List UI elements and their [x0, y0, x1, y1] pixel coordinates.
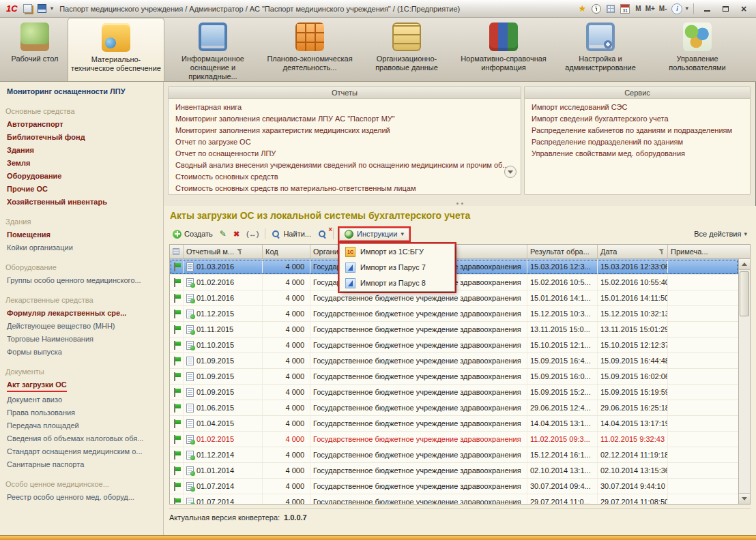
- sidebar-entry[interactable]: Помещения: [0, 228, 163, 241]
- sidebar-entry[interactable]: Формы выпуска: [0, 346, 163, 359]
- sidebar-entry[interactable]: Стандарт оснащения медицинским о...: [0, 445, 163, 458]
- sidebar-entry[interactable]: Санитарные паспорта: [0, 458, 163, 471]
- scroll-down-button[interactable]: [739, 493, 750, 504]
- calendar-icon[interactable]: 31: [619, 3, 631, 15]
- history-icon[interactable]: [590, 3, 602, 15]
- service-link[interactable]: Распределение кабинетов по зданиям и под…: [525, 125, 750, 136]
- table-row[interactable]: 01.07.2014 4 000 Государственное бюджетн…: [170, 494, 738, 504]
- report-link[interactable]: Отчет по загрузке ОС: [169, 136, 521, 148]
- table-row[interactable]: 01.09.2015 4 000 Государственное бюджетн…: [170, 369, 738, 385]
- maximize-button[interactable]: [717, 2, 733, 15]
- report-link[interactable]: Инвентарная книга: [169, 102, 521, 113]
- all-actions-button[interactable]: Все действия ▾: [690, 228, 751, 239]
- favorites-star-icon[interactable]: ★: [576, 3, 588, 15]
- section-tab[interactable]: Рабочий стол: [2, 18, 68, 81]
- column-header-period[interactable]: Отчетный м...: [184, 245, 263, 258]
- titlebar-caret-icon[interactable]: ▾: [685, 5, 688, 12]
- info-button[interactable]: i: [671, 3, 683, 15]
- sidebar-entry[interactable]: Формуляр лекарственных сре...: [0, 307, 163, 320]
- delete-button[interactable]: ✖: [230, 228, 243, 240]
- cell-period: 01.01.2014: [184, 463, 263, 478]
- table-row[interactable]: 01.12.2014 4 000 Государственное бюджетн…: [170, 447, 738, 463]
- reports-pager-button[interactable]: [504, 166, 517, 178]
- service-link[interactable]: Распределение подразделений по зданиям: [525, 136, 750, 148]
- sidebar-entry[interactable]: Автотранспорт: [0, 118, 163, 131]
- sidebar-entry[interactable]: Акт загрузки ОС: [0, 378, 163, 393]
- table-grid-icon[interactable]: [605, 3, 617, 15]
- sidebar-entry[interactable]: Группы особо ценного медицинского...: [0, 274, 163, 287]
- table-row[interactable]: 01.04.2015 4 000 Государственное бюджетн…: [170, 416, 738, 432]
- triangle-up-icon: [742, 262, 747, 266]
- section-tab[interactable]: Настройка и администрирование: [552, 18, 649, 81]
- find-button[interactable]: Найти...: [268, 228, 315, 240]
- sidebar-entry[interactable]: Действующее вещество (МНН): [0, 320, 163, 333]
- scroll-thumb[interactable]: [740, 271, 749, 316]
- clear-find-button[interactable]: ×: [315, 228, 330, 240]
- column-header-note[interactable]: Примеча...: [668, 245, 750, 258]
- set-interval-button[interactable]: (↔): [243, 228, 262, 239]
- sidebar-entry[interactable]: Передача площадей: [0, 419, 163, 432]
- table-row[interactable]: 01.09.2015 4 000 Государственное бюджетн…: [170, 385, 738, 400]
- table-row[interactable]: 01.10.2015 4 000 Государственное бюджетн…: [170, 338, 738, 353]
- report-link[interactable]: Отчет по оснащенности ЛПУ: [169, 148, 521, 160]
- sidebar-entry[interactable]: Здания: [0, 144, 163, 157]
- memory-button[interactable]: M-: [657, 4, 669, 13]
- column-header-result[interactable]: Результат обра...: [527, 245, 598, 258]
- section-tab[interactable]: Нормативно-справочная информация: [455, 18, 552, 81]
- table-row[interactable]: 01.11.2015 4 000 Государственное бюджетн…: [170, 322, 738, 338]
- table-row[interactable]: 01.01.2014 4 000 Государственное бюджетн…: [170, 463, 738, 479]
- table-row[interactable]: 01.12.2015 4 000 Государственное бюджетн…: [170, 306, 738, 322]
- save-icon[interactable]: [36, 3, 48, 15]
- sidebar-entry[interactable]: Реестр особо ценного мед. оборуд...: [0, 491, 163, 504]
- report-link[interactable]: Сводный анализ внесения учреждениями све…: [169, 160, 521, 171]
- table-row[interactable]: 01.06.2015 4 000 Государственное бюджетн…: [170, 400, 738, 416]
- report-link[interactable]: Стоимость основных средств по материальн…: [169, 183, 521, 194]
- scroll-up-button[interactable]: [739, 259, 750, 270]
- sidebar-entry[interactable]: Права пользования: [0, 406, 163, 419]
- sidebar-entry[interactable]: Документ авизо: [0, 393, 163, 406]
- menu-item[interactable]: 1С Импорт из 1С:БГУ: [340, 244, 454, 260]
- section-tab[interactable]: Материально-техническое обеспечение: [68, 18, 164, 81]
- quick-access-caret-icon[interactable]: ▾: [50, 5, 54, 12]
- report-link[interactable]: Мониторинг заполнения характеристик меди…: [169, 125, 521, 136]
- vertical-scrollbar[interactable]: [738, 259, 750, 504]
- table-row[interactable]: 01.09.2015 4 000 Государственное бюджетн…: [170, 353, 738, 369]
- section-tab[interactable]: Информационное оснащение и прикладные...: [164, 18, 261, 81]
- sidebar-entry[interactable]: Сведения об объемах налоговых обя...: [0, 432, 163, 445]
- service-link[interactable]: Импорт сведений бухгалтерского учета: [525, 113, 750, 125]
- instructions-dropdown-button[interactable]: Инструкции ▾: [339, 228, 409, 241]
- memory-button[interactable]: M: [633, 4, 643, 13]
- scroll-track[interactable]: [739, 270, 750, 493]
- memory-button[interactable]: M+: [643, 4, 657, 13]
- sidebar-entry[interactable]: Прочие ОС: [0, 183, 163, 196]
- sidebar-entry[interactable]: Мониторинг оснащенности ЛПУ: [0, 85, 163, 98]
- quick-access-icon[interactable]: [22, 3, 34, 15]
- section-tab[interactable]: Организационно-правовые данные: [358, 18, 455, 81]
- report-link[interactable]: Стоимость основных средств: [169, 171, 521, 183]
- section-tab[interactable]: Планово-экономическая деятельность...: [261, 18, 358, 81]
- sidebar-entry[interactable]: Земля: [0, 157, 163, 170]
- table-row[interactable]: 01.07.2014 4 000 Государственное бюджетн…: [170, 479, 738, 494]
- chevron-down-icon: [508, 170, 513, 174]
- section-tab[interactable]: Управление пользователями: [649, 18, 746, 81]
- report-link[interactable]: Мониторинг заполнения специалистами ЛПУ …: [169, 113, 521, 125]
- sidebar-entry[interactable]: Оборудование: [0, 170, 163, 183]
- column-header-date[interactable]: Дата: [598, 245, 668, 258]
- minimize-button[interactable]: [699, 2, 715, 15]
- menu-item[interactable]: Импорт из Парус 7: [340, 260, 454, 275]
- sidebar-entry[interactable]: Хозяйственный инвентарь: [0, 196, 163, 209]
- cell-period: 01.11.2015: [184, 322, 263, 337]
- close-button[interactable]: ×: [736, 2, 752, 15]
- panel-splitter[interactable]: [164, 200, 756, 206]
- column-header-code[interactable]: Код: [263, 245, 310, 258]
- table-row[interactable]: 01.02.2015 4 000 Государственное бюджетн…: [170, 432, 738, 447]
- service-link[interactable]: Управление свойствами мед. оборудования: [525, 148, 750, 160]
- sidebar-entry[interactable]: Торговые Наименования: [0, 333, 163, 346]
- menu-item[interactable]: Импорт из Парус 8: [340, 275, 454, 291]
- create-button[interactable]: Создать: [169, 228, 216, 240]
- sidebar-entry[interactable]: Койки организации: [0, 241, 163, 254]
- column-header-icon[interactable]: [170, 245, 184, 258]
- service-link[interactable]: Импорт исследований СЭС: [525, 102, 750, 113]
- sidebar-entry[interactable]: Библиотечный фонд: [0, 131, 163, 144]
- edit-button[interactable]: ✎: [216, 228, 230, 240]
